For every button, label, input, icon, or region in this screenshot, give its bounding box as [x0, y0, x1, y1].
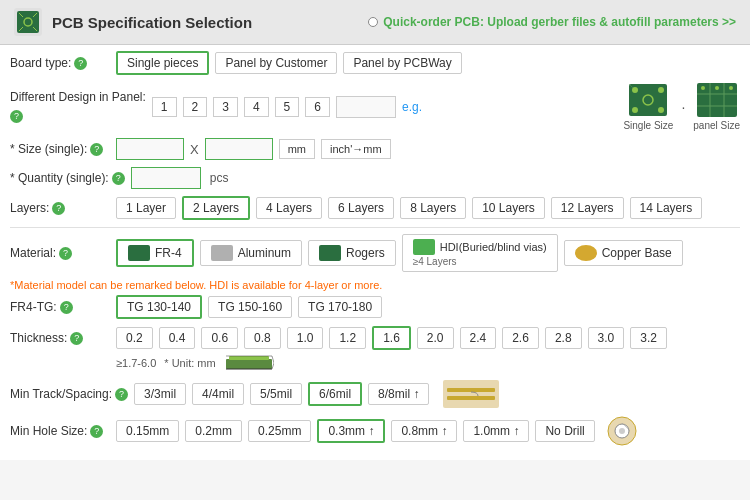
hole-0.8[interactable]: 0.8mm ↑	[391, 420, 457, 442]
thickness-2.8[interactable]: 2.8	[545, 327, 582, 349]
material-copper[interactable]: Copper Base	[564, 240, 683, 266]
design-count-2[interactable]: 2	[183, 97, 208, 117]
fr4-tg-help[interactable]: ?	[60, 301, 73, 314]
thickness-0.8[interactable]: 0.8	[244, 327, 281, 349]
track-4-4[interactable]: 4/4mil	[192, 383, 244, 405]
hole-1.0[interactable]: 1.0mm ↑	[463, 420, 529, 442]
material-hdi[interactable]: HDI(Buried/blind vias) ≥4 Layers	[402, 234, 558, 272]
quantity-input[interactable]: 5	[131, 167, 201, 189]
min-hole-help[interactable]: ?	[90, 425, 103, 438]
hole-no-drill[interactable]: No Drill	[535, 420, 594, 442]
thickness-1.2[interactable]: 1.2	[329, 327, 366, 349]
fr4-icon	[128, 245, 150, 261]
board-type-help[interactable]: ?	[74, 57, 87, 70]
size-row: * Size (single): ? 65.42 X 56.9 mm inch'…	[10, 138, 740, 160]
size-width-input[interactable]: 65.42	[116, 138, 184, 160]
svg-point-21	[729, 86, 733, 90]
layers-8[interactable]: 8 Layers	[400, 197, 466, 219]
quick-order-section: Quick-order PCB: Upload gerber files & a…	[368, 15, 736, 29]
thickness-1.0[interactable]: 1.0	[287, 327, 324, 349]
svg-line-26	[272, 356, 274, 363]
quick-order-radio[interactable]	[368, 17, 378, 27]
thickness-2.4[interactable]: 2.4	[460, 327, 497, 349]
fr4-tg-label: FR4-TG: ?	[10, 300, 110, 314]
design-count-1[interactable]: 1	[152, 97, 177, 117]
material-fr4[interactable]: FR-4	[116, 239, 194, 267]
size-height-input[interactable]: 56.9	[205, 138, 273, 160]
layers-2[interactable]: 2 Layers	[182, 196, 250, 220]
layers-help[interactable]: ?	[52, 202, 65, 215]
svg-point-11	[658, 107, 664, 113]
board-type-single[interactable]: Single pieces	[116, 51, 209, 75]
track-5-5[interactable]: 5/5mil	[250, 383, 302, 405]
size-help[interactable]: ?	[90, 143, 103, 156]
layers-6[interactable]: 6 Layers	[328, 197, 394, 219]
copper-icon	[575, 245, 597, 261]
tg-130-140[interactable]: TG 130-140	[116, 295, 202, 319]
thickness-0.2[interactable]: 0.2	[116, 327, 153, 349]
svg-line-27	[272, 363, 274, 369]
tg-170-180[interactable]: TG 170-180	[298, 296, 382, 318]
thickness-3.2[interactable]: 3.2	[630, 327, 667, 349]
main-container: PCB Specification Selection Quick-order …	[0, 0, 750, 500]
layers-4[interactable]: 4 Layers	[256, 197, 322, 219]
board-type-panel-customer[interactable]: Panel by Customer	[215, 52, 337, 74]
thickness-2.6[interactable]: 2.6	[502, 327, 539, 349]
quantity-unit: pcs	[210, 171, 229, 185]
material-fr4-label: FR-4	[155, 246, 182, 260]
different-design-help[interactable]: ?	[10, 110, 23, 123]
thickness-row: Thickness: ? 0.2 0.4 0.6 0.8 1.0 1.2 1.6…	[10, 326, 740, 373]
material-rogers[interactable]: Rogers	[308, 240, 396, 266]
svg-rect-23	[229, 356, 269, 360]
board-type-row: Board type: ? Single pieces Panel by Cus…	[10, 51, 740, 75]
layers-12[interactable]: 12 Layers	[551, 197, 624, 219]
layers-label: Layers: ?	[10, 201, 110, 215]
hole-visual-icon	[606, 415, 638, 447]
size-x-separator: X	[190, 142, 199, 157]
design-count-4[interactable]: 4	[244, 97, 269, 117]
svg-rect-29	[447, 388, 495, 392]
quantity-help[interactable]: ?	[112, 172, 125, 185]
thickness-0.6[interactable]: 0.6	[201, 327, 238, 349]
thickness-unit-note: * Unit: mm	[164, 357, 215, 369]
thickness-label: Thickness: ?	[10, 331, 110, 345]
design-count-5[interactable]: 5	[275, 97, 300, 117]
hole-0.3[interactable]: 0.3mm ↑	[317, 419, 385, 443]
layers-14[interactable]: 14 Layers	[630, 197, 703, 219]
thickness-1.6[interactable]: 1.6	[372, 326, 411, 350]
svg-rect-30	[447, 396, 495, 400]
track-8-8[interactable]: 8/8mil ↑	[368, 383, 429, 405]
panel-size-label: panel Size	[693, 120, 740, 131]
thickness-0.4[interactable]: 0.4	[159, 327, 196, 349]
size-separator: ·	[681, 99, 685, 115]
size-unit-toggle[interactable]: inch'→mm	[321, 139, 391, 159]
track-6-6[interactable]: 6/6mil	[308, 382, 362, 406]
panel-size-box: panel Size	[693, 82, 740, 131]
svg-point-9	[658, 87, 664, 93]
hole-0.2[interactable]: 0.2mm	[185, 420, 242, 442]
layers-10[interactable]: 10 Layers	[472, 197, 545, 219]
tg-150-160[interactable]: TG 150-160	[208, 296, 292, 318]
eg-link[interactable]: e.g.	[402, 100, 422, 114]
thickness-3.0[interactable]: 3.0	[588, 327, 625, 349]
hole-0.15[interactable]: 0.15mm	[116, 420, 179, 442]
min-track-help[interactable]: ?	[115, 388, 128, 401]
single-size-box: Single Size	[623, 82, 673, 131]
design-custom-input[interactable]	[336, 96, 396, 118]
design-count-6[interactable]: 6	[305, 97, 330, 117]
layers-1[interactable]: 1 Layer	[116, 197, 176, 219]
material-aluminum[interactable]: Aluminum	[200, 240, 302, 266]
thickness-2.0[interactable]: 2.0	[417, 327, 454, 349]
pcb-logo-icon	[14, 8, 42, 36]
track-3-3[interactable]: 3/3mil	[134, 383, 186, 405]
hdi-note: ≥4 Layers	[413, 256, 457, 267]
single-size-label: Single Size	[623, 120, 673, 131]
quick-order-link[interactable]: Quick-order PCB: Upload gerber files & a…	[383, 15, 736, 29]
hdi-icon	[413, 239, 435, 255]
material-help[interactable]: ?	[59, 247, 72, 260]
design-count-3[interactable]: 3	[213, 97, 238, 117]
board-type-panel-pcbway[interactable]: Panel by PCBWay	[343, 52, 461, 74]
thickness-help[interactable]: ?	[70, 332, 83, 345]
hole-0.25[interactable]: 0.25mm	[248, 420, 311, 442]
svg-point-33	[619, 428, 625, 434]
